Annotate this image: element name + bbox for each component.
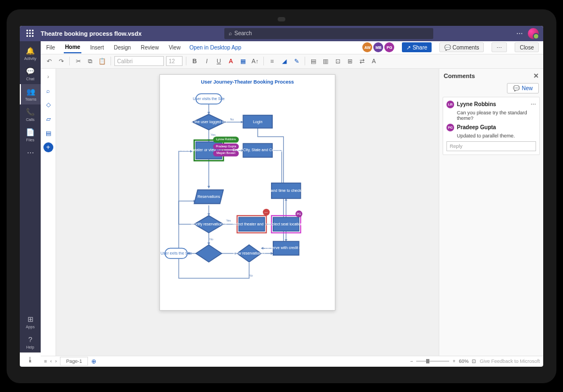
- shapes-stencil1-button[interactable]: ◇: [43, 100, 54, 111]
- fit-page-button[interactable]: ⊡: [472, 358, 476, 364]
- download-button[interactable]: ⭳: [20, 352, 41, 367]
- fill-button[interactable]: ◢: [279, 56, 289, 66]
- reply-input[interactable]: Reply: [446, 141, 536, 151]
- drawing-canvas[interactable]: User Journey-Theater Booking Process: [56, 69, 439, 356]
- fontsize-select[interactable]: 12: [166, 56, 183, 66]
- presence-pg[interactable]: PG: [384, 42, 394, 52]
- titlebar-more-icon[interactable]: ⋯: [516, 30, 523, 37]
- shapes-search-button[interactable]: ⌕: [43, 85, 54, 96]
- svg-text:Reservations: Reservations: [197, 194, 220, 198]
- comment-more-icon[interactable]: ⋯: [531, 101, 536, 107]
- group-button[interactable]: ⊡: [333, 56, 343, 66]
- rail-files[interactable]: 📄Files: [20, 125, 41, 145]
- underline-button[interactable]: U: [214, 56, 224, 66]
- share-button[interactable]: ↗Share: [402, 42, 432, 52]
- text-button[interactable]: A: [369, 56, 379, 66]
- tab-home[interactable]: Home: [64, 42, 81, 53]
- svg-text:No: No: [249, 273, 253, 277]
- cut-button[interactable]: ✂: [73, 56, 83, 66]
- add-page-button[interactable]: ⊕: [91, 358, 96, 365]
- svg-text:Modify reservations?: Modify reservations?: [191, 222, 227, 226]
- next-page-button[interactable]: ›: [55, 358, 57, 364]
- comments-pane: Comments✕ 💬New LR Lyyne Robbins ⋯ Can yo…: [439, 69, 543, 356]
- rail-more[interactable]: ⋯: [20, 145, 41, 161]
- align-button[interactable]: ≡: [267, 56, 277, 66]
- tab-review[interactable]: Review: [140, 42, 160, 53]
- drawing-page[interactable]: User Journey-Theater Booking Process: [159, 74, 335, 311]
- comment-author-2: Pradeep Gupta: [457, 124, 496, 130]
- zoom-out-button[interactable]: −: [410, 358, 413, 364]
- zoom-in-button[interactable]: +: [452, 358, 455, 364]
- zoom-slider[interactable]: [416, 361, 449, 362]
- zoom-level[interactable]: 60%: [459, 358, 468, 364]
- rail-activity-label: Activity: [24, 57, 36, 60]
- presence-mb[interactable]: MB: [373, 42, 383, 52]
- comment-icon: 💬: [444, 45, 451, 51]
- svg-text:Is the user logged in?: Is the user logged in?: [190, 119, 227, 124]
- line-button[interactable]: ✎: [291, 56, 301, 66]
- svg-text:Enter City, State and Country: Enter City, State and Country: [233, 148, 283, 152]
- presence-aw[interactable]: AW: [362, 42, 372, 52]
- feedback-link[interactable]: Give Feedback to Microsoft: [479, 358, 540, 364]
- rail-activity[interactable]: 🔔Activity: [20, 43, 41, 64]
- document-title: Theatre booking process flow.vsdx: [41, 30, 142, 37]
- apps-icon: ⊞: [26, 315, 35, 324]
- tab-design[interactable]: Design: [113, 42, 132, 53]
- app-launcher-icon[interactable]: [24, 28, 35, 39]
- svg-text:User visits the Site: User visits the Site: [193, 96, 225, 100]
- rail-calls[interactable]: 📞Calls: [20, 104, 41, 125]
- rail-teams[interactable]: 👥Teams: [20, 84, 41, 104]
- prev-page-button[interactable]: ‹: [50, 358, 52, 364]
- connector-button[interactable]: ⇄: [357, 56, 367, 66]
- font-select[interactable]: Calibri: [114, 56, 164, 66]
- rail-chat[interactable]: 💬Chat: [20, 64, 41, 84]
- arrange-button[interactable]: ⊞: [345, 56, 355, 66]
- calls-icon: 📞: [26, 108, 35, 117]
- paste-button[interactable]: 📋: [97, 56, 107, 66]
- open-desktop-link[interactable]: Open in Desktop App: [189, 45, 241, 51]
- svg-text:Yes: Yes: [211, 132, 216, 136]
- tab-file[interactable]: File: [45, 42, 56, 53]
- shapes-stencil2-button[interactable]: ▱: [43, 114, 54, 125]
- share-label: Share: [412, 45, 427, 51]
- comment-thread[interactable]: LR Lyyne Robbins ⋯ Can you please try th…: [443, 97, 540, 155]
- bring-front-button[interactable]: ▤: [308, 56, 318, 66]
- comments-button[interactable]: 💬Comments: [439, 42, 484, 52]
- rail-apps[interactable]: ⊞Apps: [20, 312, 41, 332]
- more-icon: ⋯: [26, 148, 35, 157]
- italic-button[interactable]: I: [202, 56, 212, 66]
- rail-chat-label: Chat: [26, 77, 35, 81]
- close-comments-button[interactable]: ✕: [533, 72, 539, 80]
- send-back-button[interactable]: ▥: [321, 56, 330, 66]
- page-tab[interactable]: Page-1: [60, 357, 88, 366]
- tab-view[interactable]: View: [168, 42, 182, 53]
- comment-avatar-1: LR: [446, 101, 454, 108]
- svg-text:Yes: Yes: [226, 219, 231, 222]
- user-avatar[interactable]: [528, 28, 539, 39]
- rail-help[interactable]: ?Help: [20, 332, 41, 352]
- diagram-title: User Journey-Theater Booking Process: [160, 75, 335, 87]
- bold-button[interactable]: B: [190, 56, 200, 66]
- search-input[interactable]: ⌕ Search: [224, 28, 433, 39]
- shapes-collapse-button[interactable]: ›: [43, 71, 54, 82]
- svg-text:Lynne Robbins: Lynne Robbins: [216, 137, 236, 141]
- undo-button[interactable]: ↶: [44, 56, 54, 66]
- highlight-button[interactable]: ▦: [238, 56, 248, 66]
- redo-button[interactable]: ↷: [56, 56, 66, 66]
- fontsize-inc-button[interactable]: A↑: [250, 56, 260, 66]
- formatting-toolbar: ↶ ↷ ✂ ⧉ 📋 Calibri 12 B I U A ▦ A↑: [41, 54, 543, 69]
- new-comment-button[interactable]: 💬New: [507, 83, 539, 93]
- svg-text:Select seat location: Select seat location: [269, 222, 303, 225]
- svg-text:Login: Login: [253, 119, 262, 124]
- shapes-add-button[interactable]: +: [43, 142, 53, 152]
- copy-button[interactable]: ⧉: [85, 56, 95, 66]
- close-button[interactable]: Close: [515, 42, 539, 52]
- ribbon-more-button[interactable]: ⋯: [492, 42, 507, 52]
- sheet-list-icon[interactable]: ≡: [44, 358, 47, 364]
- new-comment-label: New: [522, 85, 533, 91]
- tab-insert[interactable]: Insert: [89, 42, 105, 53]
- shapes-stencil3-button[interactable]: ▤: [43, 128, 54, 139]
- svg-marker-48: [196, 245, 222, 262]
- rail-files-label: Files: [26, 138, 35, 142]
- font-color-button[interactable]: A: [226, 56, 236, 66]
